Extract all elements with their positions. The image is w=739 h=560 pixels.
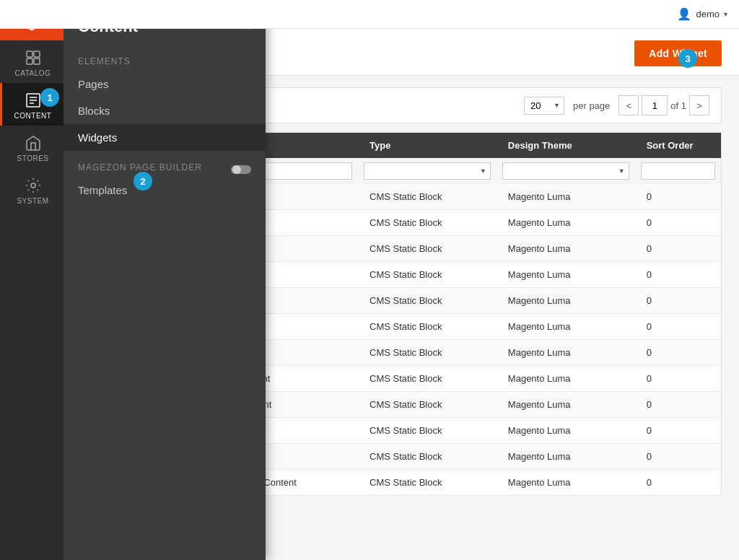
cell-theme: Magento Luma <box>497 392 635 418</box>
badge-3: 3 <box>678 49 697 68</box>
cell-type: CMS Static Block <box>358 210 497 236</box>
svg-rect-0 <box>27 51 32 57</box>
cell-sort: 0 <box>635 392 722 418</box>
user-menu[interactable]: 👤 demo ▾ <box>677 7 727 21</box>
prev-page-button[interactable]: < <box>618 95 639 115</box>
svg-point-10 <box>232 165 241 174</box>
cell-type: CMS Static Block <box>358 262 497 288</box>
cell-sort: 0 <box>635 340 722 366</box>
cell-sort: 0 <box>635 288 722 314</box>
cell-sort: 0 <box>635 314 722 340</box>
svg-rect-1 <box>34 51 40 57</box>
cell-theme: Magento Luma <box>497 340 635 366</box>
cell-type: CMS Static Block <box>358 392 497 418</box>
cell-theme: Magento Luma <box>497 288 635 314</box>
cell-sort: 0 <box>635 444 722 470</box>
user-chevron-icon: ▾ <box>724 10 727 18</box>
cell-sort: 0 <box>635 210 722 236</box>
cell-theme: Magento Luma <box>497 236 635 262</box>
cell-sort: 0 <box>635 470 722 496</box>
cell-sort: 0 <box>635 418 722 444</box>
cell-theme: Magento Luma <box>497 184 635 210</box>
cell-type: CMS Static Block <box>358 366 497 392</box>
top-bar: 👤 demo ▾ <box>0 0 739 29</box>
cell-sort: 0 <box>635 236 722 262</box>
cell-type: CMS Static Block <box>358 236 497 262</box>
sidebar-item-system[interactable]: SYSTEM <box>0 168 64 211</box>
sidebar-item-catalog-label: CATALOG <box>15 69 51 77</box>
badge-2: 2 <box>134 172 152 191</box>
username: demo <box>696 9 720 19</box>
cell-type: CMS Static Block <box>358 314 497 340</box>
per-page-select-wrap: 20 30 50 100 <box>524 97 564 115</box>
cell-theme: Magento Luma <box>497 444 635 470</box>
cell-theme: Magento Luma <box>497 262 635 288</box>
cell-type: CMS Static Block <box>358 288 497 314</box>
cell-type: CMS Static Block <box>358 444 497 470</box>
badge-1: 1 <box>40 88 59 107</box>
page-of-label: of 1 <box>670 100 686 111</box>
cell-sort: 0 <box>635 184 722 210</box>
cell-theme: Magento Luma <box>497 314 635 340</box>
cell-type: CMS Static Block <box>358 340 497 366</box>
filter-sort-input[interactable] <box>641 162 715 180</box>
col-header-theme: Design Theme <box>497 133 635 159</box>
cell-theme: Magento Luma <box>497 418 635 444</box>
flyout-menu: Content × Elements Pages Blocks Widgets … <box>64 0 266 560</box>
filter-sort <box>635 158 722 184</box>
page-input[interactable] <box>642 95 668 115</box>
cell-type: CMS Static Block <box>358 184 497 210</box>
next-page-button[interactable]: > <box>689 95 709 115</box>
sidebar-item-system-label: SYSTEM <box>17 197 48 205</box>
user-icon: 👤 <box>677 7 691 21</box>
filter-type: CMS Static Block <box>358 158 497 184</box>
filter-theme-select[interactable]: Magento Luma <box>502 162 629 180</box>
flyout-widgets[interactable]: Widgets <box>64 124 266 151</box>
cell-sort: 0 <box>635 366 722 392</box>
svg-rect-3 <box>34 58 40 64</box>
cell-type: CMS Static Block <box>358 470 497 496</box>
flyout-templates[interactable]: Templates <box>64 177 266 204</box>
filter-type-select[interactable]: CMS Static Block <box>364 162 491 180</box>
add-widget-button[interactable]: Add Widget <box>634 40 722 66</box>
col-header-type: Type <box>358 133 497 159</box>
col-header-sort: Sort Order <box>635 133 722 159</box>
cell-theme: Magento Luma <box>497 210 635 236</box>
pagination: < of 1 > <box>618 95 709 115</box>
filter-theme: Magento Luma <box>497 158 635 184</box>
sidebar-item-stores-label: STORES <box>17 154 49 162</box>
sidebar-item-catalog[interactable]: CATALOG <box>0 40 64 83</box>
sidebar-item-stores[interactable]: STORES <box>0 126 64 168</box>
cell-type: CMS Static Block <box>358 418 497 444</box>
flyout-elements-label: Elements <box>64 51 266 71</box>
per-page-label: per page <box>573 100 610 111</box>
sidebar: CATALOG CONTENT STORES SYSTEM <box>0 0 64 560</box>
flyout-pages[interactable]: Pages <box>64 71 266 97</box>
cell-sort: 0 <box>635 262 722 288</box>
sidebar-item-content-label: CONTENT <box>14 112 52 120</box>
cell-theme: Magento Luma <box>497 366 635 392</box>
flyout-builder-label: Magezon Page Builder <box>64 151 266 177</box>
flyout-blocks[interactable]: Blocks <box>64 97 266 124</box>
svg-rect-2 <box>27 58 32 64</box>
per-page-select[interactable]: 20 30 50 100 <box>524 97 564 115</box>
cell-theme: Magento Luma <box>497 470 635 496</box>
svg-point-8 <box>31 183 35 188</box>
